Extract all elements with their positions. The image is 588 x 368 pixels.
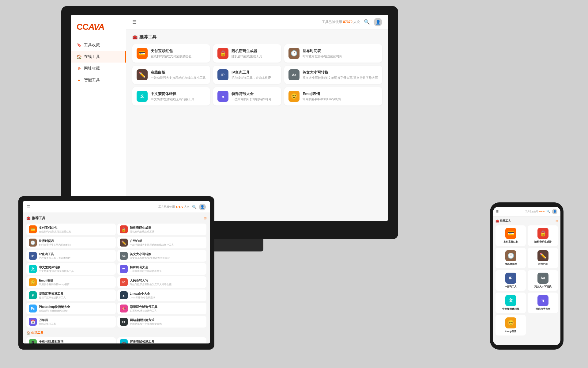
- tablet-section-icon: 🧰: [26, 216, 31, 220]
- tablet-stat: 工具已被使用 87370 人次: [158, 205, 190, 209]
- phone-tool-3[interactable]: ✏️ 在线白板: [528, 248, 558, 268]
- tool-icon-6: 文: [137, 91, 148, 102]
- main-content: ☰ 工具已被使用 87370 人次 🔍 👤: [126, 15, 388, 221]
- ai-icon: ●: [77, 78, 81, 82]
- section-title: 🧰 推荐工具: [132, 34, 382, 40]
- p-icon-0: 💳: [505, 228, 516, 239]
- tablet-tool-5[interactable]: Aa 英文大小写转换 英文大小写转换/英文单词首字母大写: [117, 250, 207, 262]
- t-icon-3: ✏️: [120, 239, 128, 247]
- sidebar-item-favorites[interactable]: 🔖 工具收藏: [71, 39, 126, 51]
- tablet-tool-4[interactable]: IP IP查询工具 IP在线查询工具，查询本机IP: [26, 250, 116, 262]
- tool-card-1[interactable]: 🔒 随机密码生成器 随机密码在线生成工具: [213, 44, 281, 63]
- tool-card-8[interactable]: 😊 Emoji表情 常用的各种特殊符Emoji表情: [284, 87, 382, 105]
- t-icon-5: Aa: [120, 252, 128, 260]
- sidebar-item-label-website: 网址收藏: [84, 66, 100, 71]
- tool-icon-1: 🔒: [217, 48, 228, 59]
- phone-screen: ☰ 工具已被使用 87370 🔍 👤 🧰 推荐工具 ⊞ 💳 支付宝领红: [493, 207, 560, 345]
- p-icon-1: 🔒: [537, 228, 548, 239]
- tablet-tool-7[interactable]: π 特殊符号大全 一些常用的可打印的特殊符号: [117, 263, 207, 275]
- t-icon-0: 💳: [29, 225, 37, 233]
- phone-tool-1[interactable]: 🔒 随机密码生成器: [528, 225, 558, 246]
- phone-menu-icon[interactable]: ☰: [496, 210, 499, 213]
- p-icon-7: π: [537, 295, 548, 306]
- phone-search-icon[interactable]: 🔍: [546, 210, 550, 213]
- section-icon: 🧰: [132, 35, 138, 40]
- stat-text: 工具已被使用 87370 人次: [322, 20, 360, 24]
- tool-info-0: 支付宝领红包 在线扫码/领取支付宝涨最红包: [151, 48, 206, 59]
- phone-tool-0[interactable]: 💳 支付宝领红包: [496, 225, 526, 246]
- tablet-tool-1[interactable]: 🔒 随机密码生成器 随机密码在线生成工具: [117, 224, 207, 235]
- t-icon-8: 😊: [29, 278, 37, 286]
- tablet-content: 🧰 推荐工具 ⊞ 💳 支付宝领红包 在线扫码/领取支付宝涨最红包: [23, 213, 210, 343]
- tablet-screen: ☰ 工具已被使用 87370 人次 🔍 👤 🧰 推荐工具 ⊞ 💳: [23, 201, 210, 343]
- tools-grid: 💳 支付宝领红包 在线扫码/领取支付宝涨最红包 🔒 随机密码生成器: [132, 44, 382, 105]
- tablet-tool-14[interactable]: 📅 万年历 在线万年历工具: [26, 316, 116, 328]
- tool-info-5: 英文大小写转换 英文大小写转换/英文单词首字母大写/英文行首字母大写: [303, 70, 378, 80]
- tablet-life-1[interactable]: 🎮 屏幕在线检测工具 屏幕坏点检测工具、颜色、漏光等游戏前使用: [117, 337, 207, 343]
- tablet-tool-13[interactable]: 🎯 彩票双色球选号工具 彩票双色球在线选号工具: [117, 303, 207, 314]
- tablet-tool-6[interactable]: 文 中文繁简体转换 中文简体/繁体在线互相转换工具: [26, 263, 116, 275]
- tablet-section-title: 🧰 推荐工具 ⊞: [26, 216, 206, 220]
- tool-info-2: 世界时间表 时时查看世界各地当前的时间: [303, 48, 378, 59]
- t-life-icon-0: 📱: [29, 339, 37, 343]
- t-icon-7: π: [120, 265, 128, 273]
- tool-card-2[interactable]: 🕐 世界时间表 时时查看世界各地当前的时间: [284, 44, 382, 63]
- p-icon-6: 文: [505, 295, 516, 306]
- tablet-tool-10[interactable]: ¥ 货币汇率换算工具 各货币汇率在线换算工具: [26, 289, 116, 301]
- p-icon-4: IP: [505, 273, 516, 284]
- tool-card-5[interactable]: Aa 英文大小写转换 英文大小写转换/英文单词首字母大写/英文行首字母大写: [284, 66, 382, 84]
- t-icon-13: 🎯: [120, 305, 128, 312]
- sidebar-item-label-ai: 智能工具: [84, 77, 100, 83]
- tablet-tool-8[interactable]: 😊 Emoji表情 常用的各种特殊符Emoji表情: [26, 276, 116, 288]
- phone-tool-2[interactable]: 🕐 世界时间表: [496, 248, 526, 268]
- phone-content: 🧰 推荐工具 ⊞ 💳 支付宝领红包 🔒 随机密码生成器: [493, 217, 560, 345]
- tablet-tool-11[interactable]: ▲ Linux命令大全 Linux常用命令在线查询: [117, 289, 207, 301]
- tablet-user-avatar[interactable]: 👤: [199, 204, 206, 210]
- user-avatar[interactable]: 👤: [374, 18, 382, 26]
- t-icon-9: R: [120, 278, 128, 286]
- tablet-menu-icon[interactable]: ☰: [27, 205, 30, 209]
- menu-icon[interactable]: ☰: [132, 19, 137, 25]
- t-icon-14: 📅: [29, 318, 37, 326]
- tablet-search-icon[interactable]: 🔍: [192, 205, 197, 209]
- tablet-life-tools: 📱 手机号归属地查询 手机号归属地查询工具 🎮 屏幕在线检测工具 屏幕坏点检测工…: [26, 337, 206, 343]
- phone-tool-5[interactable]: Aa 英文大小写转换: [528, 270, 558, 291]
- sidebar-item-label-favorites: 工具收藏: [84, 42, 100, 48]
- tablet-tool-0[interactable]: 💳 支付宝领红包 在线扫码/领取支付宝涨最红包: [26, 224, 116, 235]
- tool-card-0[interactable]: 💳 支付宝领红包 在线扫码/领取支付宝涨最红包: [132, 44, 210, 63]
- tablet-tool-2[interactable]: 🕐 世界时间表 时时查看世界各地当前的时间: [26, 237, 116, 248]
- tablet-grid-icon: ⊞: [204, 216, 206, 220]
- tablet-tool-15[interactable]: 88 网站桌面快捷方式 给网站添加一个桌面快捷方式: [117, 316, 207, 328]
- t-icon-4: IP: [29, 252, 37, 260]
- phone-stat: 工具已被使用 87370: [525, 210, 545, 213]
- tool-card-3[interactable]: ✏️ 在线白板 一款功能强大支持压感的在线白板小工具: [132, 66, 210, 84]
- tool-card-4[interactable]: IP IP查询工具 IP在线查询工具，查询本机IP: [213, 66, 281, 84]
- phone-section-icon: 🧰: [496, 220, 499, 223]
- phone-tool-4[interactable]: IP IP查询工具: [496, 270, 526, 291]
- t-icon-6: 文: [29, 265, 37, 273]
- laptop-screen: CCAVA 🔖 工具收藏 🏠 在线工具 ⊕ 网址收藏: [71, 15, 388, 221]
- phone-user-avatar[interactable]: 👤: [552, 209, 557, 214]
- phone-tool-7[interactable]: π 特殊符号大全: [528, 293, 558, 313]
- sidebar-item-website[interactable]: ⊕ 网址收藏: [71, 63, 126, 74]
- p-icon-5: Aa: [537, 273, 548, 284]
- tablet-tool-3[interactable]: ✏️ 在线白板 一款功能强大支持压感的在线白板小工具: [117, 237, 207, 248]
- tool-info-3: 在线白板 一款功能强大支持压感的在线白板小工具: [151, 70, 206, 80]
- sidebar-item-online[interactable]: 🏠 在线工具: [71, 51, 126, 63]
- phone-frame: ☰ 工具已被使用 87370 🔍 👤 🧰 推荐工具 ⊞ 💳 支付宝领红: [490, 202, 564, 350]
- tool-icon-7: π: [217, 91, 228, 102]
- tablet-tool-9[interactable]: R 人民币转大写 阿拉伯数字金额转换为汉字人民币金额: [117, 276, 207, 288]
- tool-card-6[interactable]: 文 中文繁简体转换 中文简体/繁体在线互相转换工具: [132, 87, 210, 105]
- tablet-tool-12[interactable]: Ps Photoshop快捷键大全 在线查询Photoshop快捷键: [26, 303, 116, 314]
- phone-tool-8[interactable]: 😊 Emoji表情: [496, 315, 526, 335]
- tablet-life-0[interactable]: 📱 手机号归属地查询 手机号归属地查询工具: [26, 337, 116, 343]
- sidebar-item-ai[interactable]: ● 智能工具: [71, 74, 126, 86]
- tool-card-7[interactable]: π 特殊符号大全 一些常用的可打印的特殊符号: [213, 87, 281, 105]
- tablet-topbar: ☰ 工具已被使用 87370 人次 🔍 👤: [23, 201, 210, 213]
- logo-area: CCAVA: [71, 18, 126, 36]
- phone-tool-6[interactable]: 文 中文繁简体转换: [496, 293, 526, 313]
- t-icon-2: 🕐: [29, 239, 37, 247]
- search-button[interactable]: 🔍: [364, 19, 370, 25]
- topbar-right: 工具已被使用 87370 人次 🔍 👤: [322, 18, 382, 26]
- tablet-frame: ☰ 工具已被使用 87370 人次 🔍 👤 🧰 推荐工具 ⊞ 💳: [18, 196, 214, 350]
